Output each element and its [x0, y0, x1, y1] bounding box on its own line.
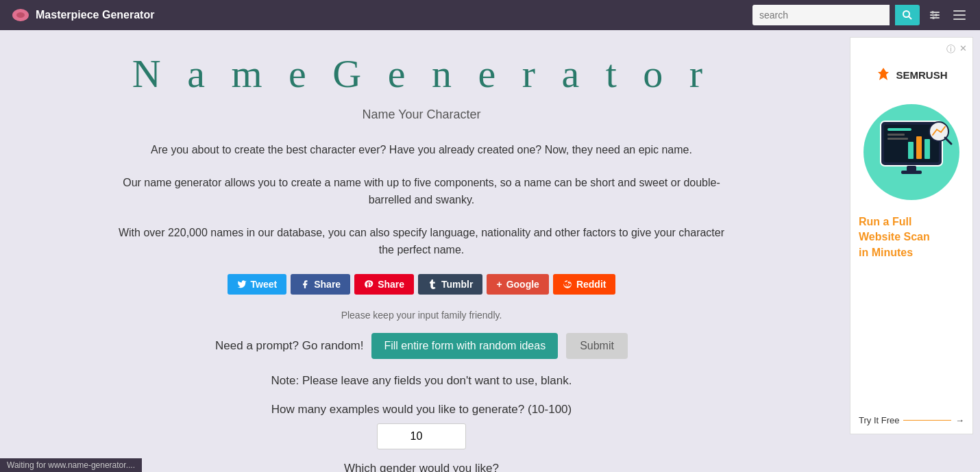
svg-rect-12	[953, 18, 966, 20]
search-icon	[902, 10, 913, 21]
svg-line-3	[909, 16, 911, 19]
ad-cta-arrow: →	[955, 415, 964, 425]
svg-rect-11	[953, 14, 966, 16]
family-friendly-notice: Please keep your input family friendly.	[41, 310, 802, 321]
svg-point-8	[935, 14, 938, 16]
google-plus-icon: +	[496, 279, 502, 290]
logo[interactable]: Masterpiece Generator	[11, 5, 154, 25]
semrush-rocket-icon	[875, 66, 892, 83]
ad-close-icon[interactable]: ✕	[959, 43, 967, 55]
page-subtitle: Name Your Character	[41, 108, 802, 122]
ad-cta-line	[903, 420, 951, 421]
sliders-button[interactable]	[925, 5, 944, 25]
ad-info-icon[interactable]: ⓘ	[946, 43, 955, 55]
page-title: N a m e G e n e r a t o r	[41, 51, 802, 97]
ad-headline-line2: Website Scan	[859, 231, 930, 243]
share-pinterest-button[interactable]: Share	[354, 274, 414, 295]
hamburger-icon	[953, 10, 966, 20]
ad-headline-line3: in Minutes	[859, 247, 913, 258]
ad-cta-text: Try It Free	[859, 415, 899, 425]
prompt-row: Need a prompt? Go random! Fill entire fo…	[41, 333, 802, 359]
header: Masterpiece Generator	[0, 0, 980, 30]
svg-rect-26	[901, 171, 922, 174]
share-facebook-button[interactable]: Share	[291, 274, 350, 295]
fill-random-button[interactable]: Fill entire form with random ideas	[371, 333, 558, 359]
share-google-button[interactable]: + Google	[487, 274, 548, 295]
svg-rect-21	[887, 138, 908, 140]
site-title: Masterpiece Generator	[36, 9, 154, 21]
svg-rect-23	[916, 136, 922, 159]
svg-point-7	[931, 11, 934, 14]
svg-rect-10	[953, 10, 966, 12]
share-tumblr-button[interactable]: Tumblr	[418, 274, 482, 295]
description-3: With over 220,000 names in our database,…	[113, 224, 730, 259]
prompt-text: Need a prompt? Go random!	[215, 339, 363, 353]
logo-icon	[11, 5, 30, 25]
semrush-logo: SEMRUSH	[875, 66, 947, 83]
svg-point-1	[16, 12, 25, 18]
pinterest-icon	[364, 280, 373, 289]
ad-headline-line1: Run a Full	[859, 216, 911, 227]
svg-rect-24	[924, 139, 930, 159]
twitter-icon	[237, 280, 247, 289]
content-area: N a m e G e n e r a t o r Name Your Char…	[0, 30, 843, 472]
search-input[interactable]	[752, 5, 890, 25]
description-2: Our name generator allows you to create …	[113, 174, 730, 209]
svg-point-9	[932, 16, 935, 19]
menu-button[interactable]	[950, 5, 969, 25]
examples-input[interactable]	[377, 423, 466, 449]
search-button[interactable]	[895, 5, 920, 25]
ad-top-icons: ⓘ ✕	[946, 43, 967, 55]
sidebar: ⓘ ✕ SEMRUSH	[843, 30, 980, 472]
svg-point-2	[903, 11, 909, 17]
description-1: Are you about to create the best charact…	[113, 141, 730, 159]
svg-rect-25	[907, 166, 916, 171]
submit-button[interactable]: Submit	[566, 333, 628, 359]
sliders-icon	[929, 9, 941, 21]
share-reddit-button[interactable]: Reddit	[553, 274, 616, 295]
header-controls	[752, 5, 969, 25]
examples-label: How many examples would you like to gene…	[41, 403, 802, 417]
facebook-icon	[300, 280, 310, 289]
ad-box: ⓘ ✕ SEMRUSH	[850, 37, 973, 434]
svg-rect-19	[887, 128, 911, 131]
examples-section: How many examples would you like to gene…	[41, 403, 802, 449]
svg-point-14	[565, 284, 566, 285]
svg-rect-20	[887, 134, 905, 136]
social-buttons: Tweet Share Share Tumblr	[41, 274, 802, 295]
tumblr-icon	[428, 280, 437, 289]
ad-headline: Run a Full Website Scan in Minutes	[859, 214, 964, 260]
svg-rect-22	[908, 142, 914, 159]
status-bar: Waiting for www.name-generator....	[0, 458, 142, 472]
tweet-button[interactable]: Tweet	[228, 274, 287, 295]
main-layout: N a m e G e n e r a t o r Name Your Char…	[0, 30, 980, 472]
note-text: Note: Please leave any fields you don't …	[41, 374, 802, 388]
semrush-brand-name: SEMRUSH	[896, 69, 947, 81]
ad-cta[interactable]: Try It Free →	[859, 415, 964, 425]
ad-illustration	[860, 94, 963, 203]
status-text: Waiting for www.name-generator....	[7, 460, 135, 470]
reddit-icon	[563, 280, 572, 289]
gender-hint: Which gender would you like?	[41, 462, 802, 472]
svg-point-15	[568, 284, 569, 285]
